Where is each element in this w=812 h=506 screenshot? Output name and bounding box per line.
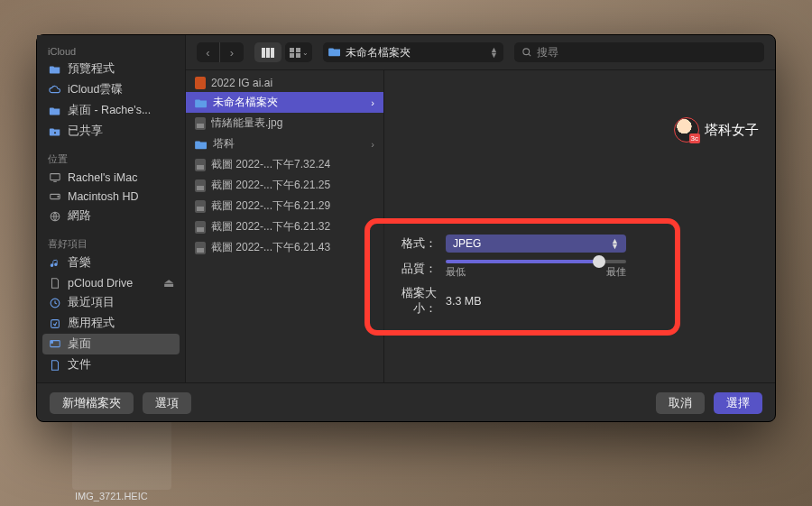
folder-icon xyxy=(195,138,208,151)
sidebar-item-label: 桌面 - Rache's... xyxy=(68,103,151,118)
filesize-label: 檔案大小： xyxy=(386,286,437,317)
svg-point-0 xyxy=(53,132,55,133)
format-value: JPEG xyxy=(453,237,481,250)
choose-button[interactable]: 選擇 xyxy=(714,392,762,414)
file-browser: 2022 IG ai.ai未命名檔案夾›情緒能量表.jpg塔科›截圖 2022-… xyxy=(186,70,775,382)
file-name: 截圖 2022-...下午6.21.32 xyxy=(211,219,330,235)
new-folder-button[interactable]: 新增檔案夾 xyxy=(50,392,134,414)
sidebar-item-macintosh-hd[interactable]: Macintosh HD xyxy=(37,187,185,206)
sidebar-header-locations: 位置 xyxy=(37,149,185,168)
file-row[interactable]: 2022 IG ai.ai xyxy=(186,74,383,92)
file-row[interactable]: 截圖 2022-...下午6.21.43 xyxy=(186,237,383,258)
sidebar: iCloud 預覽程式 iCloud雲碟 桌面 - Rache's... 已共享… xyxy=(37,35,186,382)
sidebar-item-desktop-rache[interactable]: 桌面 - Rache's... xyxy=(37,100,185,121)
quality-label: 品質： xyxy=(386,262,437,277)
sidebar-item-network[interactable]: 網路 xyxy=(37,206,185,226)
file-name: 截圖 2022-...下午6.21.29 xyxy=(211,198,330,214)
file-name: 情緒能量表.jpg xyxy=(211,115,282,131)
svg-rect-14 xyxy=(290,53,294,58)
sidebar-item-icloud[interactable]: iCloud雲碟 xyxy=(37,79,185,100)
main-panel: ‹ › ⌄ 未命名檔案夾 ▲▼ 搜尋 2022 IG ai.a xyxy=(186,35,775,382)
quality-max-label: 最佳 xyxy=(606,265,626,279)
sidebar-item-desktop[interactable]: 桌面 xyxy=(42,334,180,354)
back-button[interactable]: ‹ xyxy=(197,42,220,62)
file-row[interactable]: 截圖 2022-...下午6.21.29 xyxy=(186,196,383,216)
file-name: 截圖 2022-...下午6.21.25 xyxy=(211,178,330,193)
file-name: 截圖 2022-...下午6.21.43 xyxy=(211,240,330,255)
format-select[interactable]: JPEG ▲▼ xyxy=(446,235,626,253)
doc-icon xyxy=(48,276,61,290)
sidebar-item-label: 最近項目 xyxy=(68,295,115,310)
watermark-avatar-icon xyxy=(674,117,699,143)
chevron-right-icon: › xyxy=(371,139,374,150)
cancel-button[interactable]: 取消 xyxy=(656,392,705,414)
search-placeholder: 搜尋 xyxy=(537,45,558,60)
image-file-icon xyxy=(195,179,206,192)
sidebar-item-applications[interactable]: 應用程式 xyxy=(37,313,185,334)
file-row[interactable]: 塔科› xyxy=(186,133,383,154)
chevron-updown-icon: ▲▼ xyxy=(611,238,619,249)
sidebar-item-imac[interactable]: Rachel's iMac xyxy=(37,168,185,187)
image-file-icon xyxy=(195,159,206,171)
image-file-icon xyxy=(195,200,206,213)
slider-thumb[interactable] xyxy=(593,255,605,268)
image-file-icon xyxy=(195,221,206,234)
shared-folder-icon xyxy=(48,124,61,138)
svg-point-3 xyxy=(57,196,58,197)
file-row[interactable]: 截圖 2022-...下午7.32.24 xyxy=(186,154,383,175)
music-icon xyxy=(48,256,61,270)
file-name: 2022 IG ai.ai xyxy=(211,77,272,89)
forward-button[interactable]: › xyxy=(220,42,244,62)
file-column: 2022 IG ai.ai未命名檔案夾›情緒能量表.jpg塔科›截圖 2022-… xyxy=(186,70,384,382)
file-name: 截圖 2022-...下午7.32.24 xyxy=(211,157,330,172)
grid-view-button[interactable]: ⌄ xyxy=(285,42,312,62)
sidebar-item-shared[interactable]: 已共享 xyxy=(37,121,185,142)
file-name: 未命名檔案夾 xyxy=(213,95,278,110)
doc-icon xyxy=(48,358,61,372)
path-popup[interactable]: 未命名檔案夾 ▲▼ xyxy=(323,42,503,62)
folder-icon xyxy=(195,97,208,109)
sidebar-item-label: 文件 xyxy=(68,357,91,373)
sidebar-item-music[interactable]: 音樂 xyxy=(37,253,185,273)
quality-slider[interactable] xyxy=(446,260,626,263)
folder-icon xyxy=(328,46,341,60)
file-row[interactable]: 情緒能量表.jpg xyxy=(186,113,383,133)
cloud-icon xyxy=(48,83,61,97)
svg-rect-1 xyxy=(50,173,60,179)
imac-icon xyxy=(48,170,61,184)
column-view-button[interactable] xyxy=(254,42,281,62)
desktop-thumb-label: IMG_3721.HEIC xyxy=(75,491,148,501)
svg-rect-10 xyxy=(266,48,270,58)
file-row[interactable]: 未命名檔案夾› xyxy=(186,92,383,113)
image-file-icon xyxy=(195,117,206,130)
svg-rect-11 xyxy=(271,48,274,58)
watermark-text: 塔科女子 xyxy=(705,122,759,139)
app-icon xyxy=(48,317,61,330)
sidebar-item-recent[interactable]: 最近項目 xyxy=(37,292,185,313)
sidebar-item-label: 音樂 xyxy=(68,255,91,271)
sidebar-item-label: 桌面 xyxy=(68,336,91,352)
save-dialog: iCloud 預覽程式 iCloud雲碟 桌面 - Rache's... 已共享… xyxy=(36,34,776,422)
dialog-footer: 新增檔案夾 選項 取消 選擇 xyxy=(37,382,775,423)
chevron-right-icon: › xyxy=(371,97,374,108)
sidebar-item-documents[interactable]: 文件 xyxy=(37,354,185,375)
eject-icon[interactable]: ⏏ xyxy=(163,276,174,290)
sidebar-item-pcloud[interactable]: pCloud Drive⏏ xyxy=(37,273,185,292)
globe-icon xyxy=(48,209,61,223)
file-row[interactable]: 截圖 2022-...下午6.21.32 xyxy=(186,216,383,237)
folder-icon xyxy=(48,104,61,117)
svg-rect-13 xyxy=(296,48,300,52)
search-input[interactable]: 搜尋 xyxy=(514,42,764,62)
svg-rect-9 xyxy=(262,48,265,58)
nav-buttons: ‹ › xyxy=(197,42,244,62)
sidebar-header-favorites: 喜好項目 xyxy=(37,234,185,253)
chevron-updown-icon: ▲▼ xyxy=(490,47,498,58)
view-switcher: ⌄ xyxy=(254,42,312,62)
format-label: 格式： xyxy=(386,236,437,252)
sidebar-item-preview[interactable]: 預覽程式 xyxy=(37,59,185,79)
ai-file-icon xyxy=(195,77,206,89)
search-icon xyxy=(521,47,532,58)
file-row[interactable]: 截圖 2022-...下午6.21.25 xyxy=(186,175,383,196)
options-button[interactable]: 選項 xyxy=(143,392,191,414)
svg-rect-15 xyxy=(296,53,300,58)
